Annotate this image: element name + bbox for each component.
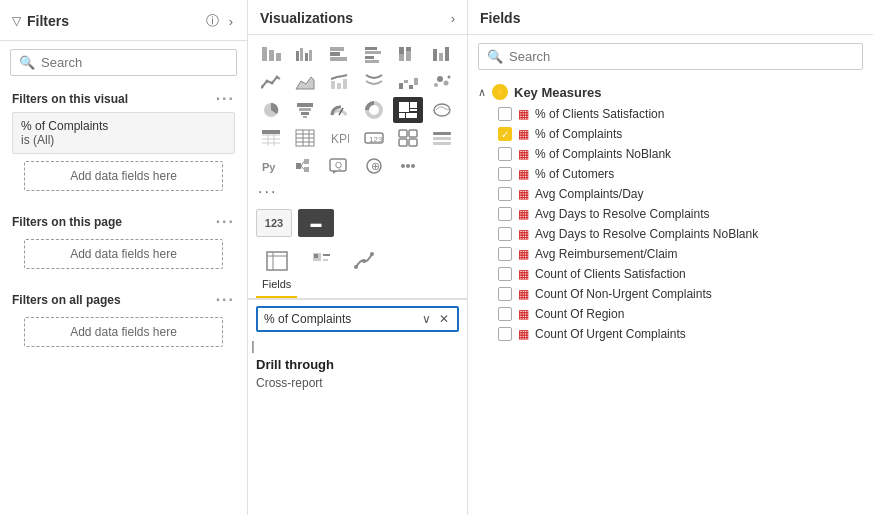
fields-tab-icon: [266, 251, 288, 276]
filters-all-add-button[interactable]: Add data fields here: [24, 317, 223, 347]
field-checkbox-count-urgent[interactable]: [498, 327, 512, 341]
ellipsis-icon[interactable]: [393, 153, 423, 179]
field-item-avg-reimbursement[interactable]: ▦ Avg Reimbursement/Claim: [468, 244, 873, 264]
pie-icon[interactable]: [256, 97, 286, 123]
viz-bar-button[interactable]: ▬: [298, 209, 334, 237]
fields-search-input[interactable]: [509, 49, 854, 64]
field-type-icon-8: ▦: [518, 247, 529, 261]
scatter-icon[interactable]: [427, 69, 457, 95]
field-label-avg-days: Avg Days to Resolve Complaints: [535, 207, 710, 221]
filter-complaints-name: % of Complaints: [21, 119, 226, 133]
field-checkbox-avg-complaints[interactable]: [498, 187, 512, 201]
field-checkbox-count-clients[interactable]: [498, 267, 512, 281]
tab-fields[interactable]: Fields: [256, 247, 297, 298]
svg-rect-8: [330, 52, 340, 56]
field-type-measure-icon-2: ▦: [518, 127, 529, 141]
clustered-bar-icon[interactable]: [290, 41, 320, 67]
field-item-pct-customers[interactable]: ▦ % of Cutomers: [468, 164, 873, 184]
area-icon[interactable]: [290, 69, 320, 95]
svg-rect-6: [309, 50, 312, 61]
funnel-icon[interactable]: [290, 97, 320, 123]
viz-field-close-button[interactable]: ✕: [437, 311, 451, 327]
field-item-avg-days-resolve-noblank[interactable]: ▦ Avg Days to Resolve Complaints NoBlank: [468, 224, 873, 244]
filter-complaints-value: is (All): [21, 133, 226, 147]
filters-visual-add-button[interactable]: Add data fields here: [24, 161, 223, 191]
field-item-pct-complaints-noblank[interactable]: ▦ % of Complaints NoBlank: [468, 144, 873, 164]
field-checkbox-count-region[interactable]: [498, 307, 512, 321]
svg-text:⊕: ⊕: [370, 160, 379, 172]
viz-field-actions: ∨ ✕: [420, 311, 451, 327]
svg-text:Q: Q: [335, 160, 342, 170]
svg-rect-1: [269, 50, 274, 61]
field-checkbox-pct-customers[interactable]: [498, 167, 512, 181]
field-checkbox-avg-days[interactable]: [498, 207, 512, 221]
svg-rect-90: [314, 254, 318, 258]
stacked-bar-icon[interactable]: [256, 41, 286, 67]
field-item-pct-clients-satisfaction[interactable]: ▦ % of Clients Satisfaction: [468, 104, 873, 124]
filters-visual-menu[interactable]: ···: [216, 90, 235, 108]
waterfall-icon[interactable]: [393, 69, 423, 95]
gauge-icon[interactable]: [324, 97, 354, 123]
filters-panel: ▽ Filters ⓘ › 🔍 Filters on this visual ·…: [0, 0, 248, 515]
filters-page-menu[interactable]: ···: [216, 213, 235, 231]
svg-rect-39: [299, 108, 311, 111]
field-checkbox-pct-complaints[interactable]: [498, 127, 512, 141]
svg-point-22: [266, 80, 269, 83]
field-type-icon-11: ▦: [518, 307, 529, 321]
viz-123-button[interactable]: 123: [256, 209, 292, 237]
treemap-icon[interactable]: [393, 97, 423, 123]
stacked-bar2-icon[interactable]: [393, 41, 423, 67]
field-item-count-clients-satisfaction[interactable]: ▦ Count of Clients Satisfaction: [468, 264, 873, 284]
svg-rect-67: [399, 139, 407, 146]
clustered-bar-h-icon[interactable]: [359, 41, 389, 67]
field-checkbox-pct-complaints-noblank[interactable]: [498, 147, 512, 161]
svg-point-24: [276, 76, 279, 79]
field-item-count-region[interactable]: ▦ Count Of Region: [468, 304, 873, 324]
svg-rect-26: [331, 81, 335, 89]
line-icon[interactable]: [256, 69, 286, 95]
field-checkbox-pct-clients-satisfaction[interactable]: [498, 107, 512, 121]
filters-all-menu[interactable]: ···: [216, 291, 235, 309]
shape-map-icon[interactable]: [427, 97, 457, 123]
svg-point-83: [401, 164, 405, 168]
viz-expand-button[interactable]: ›: [451, 11, 455, 26]
py-icon[interactable]: Py: [256, 153, 286, 179]
filters-search-input[interactable]: [41, 55, 228, 70]
matrix-icon[interactable]: [256, 125, 286, 151]
filters-visual-header: Filters on this visual ···: [12, 90, 235, 108]
donut-icon[interactable]: [359, 97, 389, 123]
ribbon-icon[interactable]: [359, 69, 389, 95]
field-checkbox-avg-reimbursement[interactable]: [498, 247, 512, 261]
kpi-icon[interactable]: KPI: [324, 125, 354, 151]
field-item-pct-complaints[interactable]: ▦ % of Complaints: [468, 124, 873, 144]
card-icon[interactable]: 123: [359, 125, 389, 151]
tab-analytics[interactable]: [347, 247, 381, 298]
svg-rect-5: [305, 53, 308, 61]
table-icon[interactable]: [290, 125, 320, 151]
field-item-count-non-urgent[interactable]: ▦ Count Of Non-Urgent Complaints: [468, 284, 873, 304]
viz-field-chevron-button[interactable]: ∨: [420, 311, 433, 327]
stacked-bar-h-icon[interactable]: [324, 41, 354, 67]
svg-rect-30: [404, 80, 408, 83]
field-item-count-urgent[interactable]: ▦ Count Of Urgent Complaints: [468, 324, 873, 344]
filters-page-add-button[interactable]: Add data fields here: [24, 239, 223, 269]
bar2-icon[interactable]: [427, 41, 457, 67]
filters-info-button[interactable]: ⓘ: [204, 10, 221, 32]
qa-icon[interactable]: Q: [324, 153, 354, 179]
field-item-avg-days-resolve[interactable]: ▦ Avg Days to Resolve Complaints: [468, 204, 873, 224]
multi-row-card-icon[interactable]: [393, 125, 423, 151]
line-cluster-icon[interactable]: [324, 69, 354, 95]
svg-point-35: [443, 81, 448, 86]
slicer-icon[interactable]: [427, 125, 457, 151]
field-item-avg-complaints-day[interactable]: ▦ Avg Complaints/Day: [468, 184, 873, 204]
decomp-tree-icon[interactable]: [290, 153, 320, 179]
fields-group-key-measures: ∧ ⚡ Key Measures ▦ % of Clients Satisfac…: [468, 78, 873, 346]
field-checkbox-avg-days-noblank[interactable]: [498, 227, 512, 241]
filters-expand-button[interactable]: ›: [227, 12, 235, 31]
field-checkbox-count-non-urgent[interactable]: [498, 287, 512, 301]
tab-format[interactable]: [305, 247, 339, 298]
fields-group-header[interactable]: ∧ ⚡ Key Measures: [468, 80, 873, 104]
svg-rect-17: [406, 51, 411, 61]
field-type-icon-7: ▦: [518, 227, 529, 241]
custom-visual-icon[interactable]: ⊕: [359, 153, 389, 179]
